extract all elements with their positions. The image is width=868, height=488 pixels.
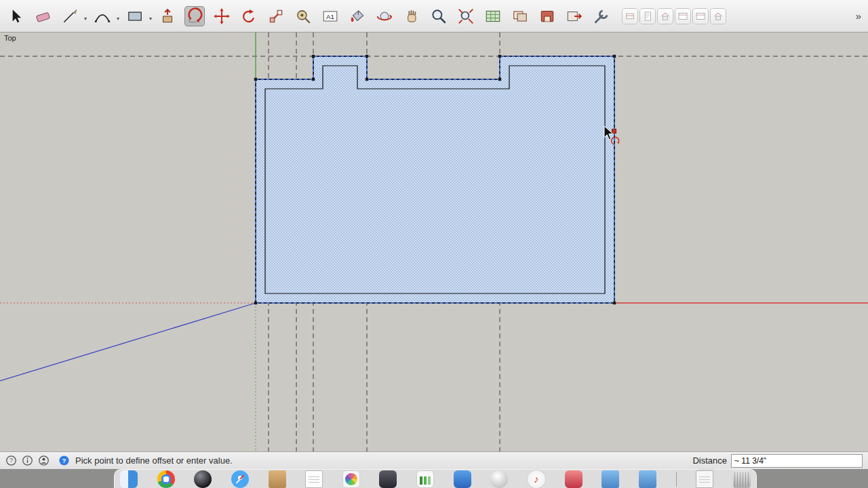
tool-sandbox-grid[interactable] (483, 6, 503, 26)
offset-tool-icon (186, 7, 203, 25)
vertex-marker (613, 302, 616, 304)
dock: ♪ (114, 469, 757, 488)
dock-blue-folder-2-icon[interactable] (639, 470, 656, 488)
dock-safari-icon[interactable] (231, 470, 249, 488)
svg-text:?: ? (62, 458, 66, 464)
tool-export[interactable] (564, 6, 585, 26)
orbit-tool-icon (376, 7, 393, 25)
viewport[interactable]: Top (0, 33, 868, 451)
view-6-icon (712, 10, 724, 22)
blue-axis[interactable] (0, 303, 256, 381)
view-button-view-4[interactable] (675, 9, 690, 24)
rotate-tool-icon (240, 7, 258, 25)
toolbar-overflow-button[interactable]: » (849, 10, 868, 22)
tool-rotate[interactable] (239, 6, 259, 26)
view-label: Top (4, 34, 16, 42)
tool-orbit[interactable] (374, 6, 395, 26)
tool-text[interactable]: A1 (320, 6, 340, 26)
tool-select[interactable] (5, 6, 26, 26)
statusbar: ? ? Pick point to define offset or enter… (0, 451, 868, 469)
rectangle-tool-icon (126, 7, 144, 25)
dock-blue-app-icon[interactable] (454, 470, 471, 488)
dock-music-icon[interactable]: ♪ (528, 470, 545, 488)
tool-arc[interactable]: ▾ (92, 6, 113, 26)
toolbar-views (623, 9, 728, 24)
select-tool-icon (7, 7, 24, 25)
tool-eraser[interactable] (33, 6, 53, 26)
pan-tool-icon (403, 7, 420, 25)
toolbar-tools: ▾▾▾A1 (5, 6, 618, 26)
eraser-tool-icon (34, 7, 52, 25)
rectangle-dropdown-caret-icon[interactable]: ▾ (149, 16, 152, 22)
line-tool-icon (61, 7, 79, 25)
model-face[interactable] (256, 56, 614, 303)
help-badge-button[interactable]: ? (58, 455, 70, 466)
dock-red-app-icon[interactable] (565, 470, 583, 488)
distance-label: Distance (692, 455, 727, 466)
view-5-icon (694, 10, 707, 22)
utilities-tool-icon (593, 7, 610, 25)
components-tool-icon (538, 7, 556, 25)
tape-measure-tool-icon (294, 7, 312, 25)
dock-photos-icon[interactable] (342, 470, 360, 488)
tool-move[interactable] (212, 6, 232, 26)
view-button-view-6[interactable] (711, 9, 726, 24)
export-tool-icon (566, 7, 583, 25)
tool-rectangle[interactable]: ▾ (125, 6, 145, 26)
vertex-marker (498, 55, 501, 58)
dock-separator (676, 472, 677, 487)
push-pull-tool-icon (159, 7, 176, 25)
tool-zoom[interactable] (429, 6, 449, 26)
tool-utilities[interactable] (591, 6, 612, 26)
tool-scenes[interactable] (510, 6, 530, 26)
tool-push-pull[interactable] (157, 6, 178, 26)
view-button-view-3[interactable] (658, 9, 673, 24)
dock-numbers-icon[interactable] (416, 470, 434, 488)
tool-paint-bucket[interactable] (347, 6, 368, 26)
vertex-marker (254, 302, 257, 304)
user-circle-icon (38, 455, 50, 466)
tool-offset[interactable] (184, 6, 205, 26)
zoom-tool-icon (430, 7, 448, 25)
scale-tool-icon (267, 7, 285, 25)
tool-tape-measure[interactable] (293, 6, 313, 26)
view-1-icon (624, 10, 636, 22)
dock-finder-icon[interactable] (120, 470, 138, 488)
dock-chrome-icon[interactable] (157, 470, 175, 488)
arc-dropdown-caret-icon[interactable]: ▾ (117, 16, 119, 22)
view-button-view-1[interactable] (623, 9, 637, 24)
statusbar-icons: ? (5, 455, 54, 466)
tool-line[interactable]: ▾ (60, 6, 80, 26)
info-circle-icon (22, 455, 33, 466)
view-button-view-5[interactable] (693, 9, 708, 24)
tool-pan[interactable] (401, 6, 422, 26)
tool-zoom-extents[interactable] (456, 6, 476, 26)
dock-textedit-icon[interactable] (305, 470, 323, 488)
status-message: Pick point to define offset or enter val… (75, 455, 233, 466)
zoom-extents-tool-icon (457, 7, 475, 25)
tool-scale[interactable] (266, 6, 286, 26)
vertex-marker (366, 55, 368, 58)
dock-blue-folder-icon[interactable] (601, 470, 619, 488)
sandbox-grid-tool-icon (484, 7, 502, 25)
vertex-marker (312, 55, 315, 58)
dock-trash-icon[interactable] (733, 470, 751, 488)
distance-input[interactable] (731, 454, 863, 468)
main-toolbar: ▾▾▾A1 » (0, 0, 868, 33)
offset-cursor-arrowhead-icon (617, 141, 620, 144)
line-dropdown-caret-icon[interactable]: ▾ (84, 16, 87, 22)
drawing-canvas[interactable] (0, 33, 868, 451)
dock-gray-app-icon[interactable] (490, 470, 508, 488)
dock-folder-icon[interactable] (269, 470, 286, 488)
view-4-icon (677, 10, 689, 22)
view-button-view-2[interactable] (640, 9, 655, 24)
paint-bucket-tool-icon (349, 7, 366, 25)
vertex-marker (366, 78, 368, 81)
offset-snap-marker (612, 129, 616, 134)
tool-components[interactable] (537, 6, 557, 26)
dock-dark-app-icon[interactable] (194, 470, 212, 488)
move-tool-icon (213, 7, 231, 25)
dock-dark-square-app-icon[interactable] (379, 470, 397, 488)
vertex-marker (312, 78, 315, 81)
dock-documents-icon[interactable] (696, 470, 713, 488)
